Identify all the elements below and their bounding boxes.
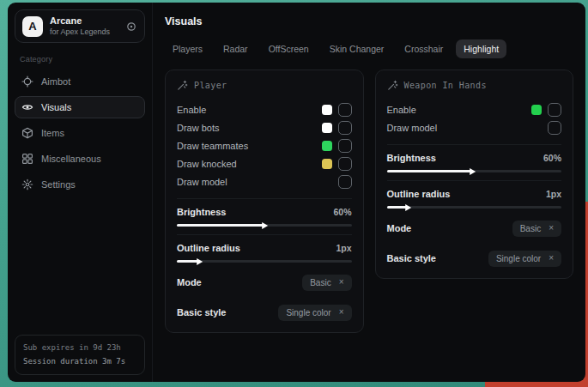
slider-group-outline-radius: Outline radius1px (387, 180, 562, 209)
toggle-label: Enable (387, 105, 416, 115)
tab-highlight[interactable]: Highlight (456, 39, 506, 58)
background-red-corner (485, 381, 588, 387)
toggle-label: Draw model (177, 177, 227, 187)
tab-radar[interactable]: Radar (215, 39, 256, 58)
selected-chip[interactable]: Basic× (512, 221, 561, 237)
select-row-basic-style: Basic styleSingle color× (387, 248, 562, 269)
toggle-row-draw-bots: Draw bots (177, 118, 352, 136)
tab-players[interactable]: Players (165, 39, 210, 58)
chip-text: Basic (520, 224, 541, 233)
target-icon[interactable] (125, 21, 137, 33)
chip-text: Basic (310, 278, 330, 287)
slider[interactable] (177, 224, 352, 227)
category-label: Category (20, 55, 145, 63)
color-swatch[interactable] (531, 105, 542, 115)
select-row-basic-style: Basic styleSingle color× (177, 302, 352, 323)
toggle-row-enable: Enable (387, 100, 562, 118)
slider-value: 1px (546, 189, 561, 199)
selected-chip[interactable]: Basic× (302, 275, 351, 291)
toggle-controls (338, 175, 352, 189)
remove-icon[interactable]: × (549, 254, 554, 263)
slider-thumb[interactable] (262, 222, 268, 229)
slider-labels: Brightness60% (177, 207, 352, 217)
remove-icon[interactable]: × (339, 308, 344, 317)
session-info-card: Sub expires in 9d 23h Session duration 3… (15, 335, 145, 375)
sidebar-nav: AimbotVisualsItemsMiscellaneousSettings (15, 70, 145, 196)
app-header-card: A Arcane for Apex Legends (15, 9, 145, 43)
sidebar-item-label: Visuals (41, 102, 71, 112)
slider-value: 60% (333, 207, 351, 217)
toggle-row-draw-model: Draw model (387, 118, 562, 136)
app-name: Arcane (50, 15, 110, 27)
color-swatch[interactable] (322, 105, 332, 115)
slider[interactable] (177, 260, 352, 263)
checkbox[interactable] (338, 121, 352, 135)
checkbox[interactable] (548, 121, 561, 135)
slider-thumb[interactable] (405, 204, 411, 211)
slider-thumb[interactable] (197, 258, 203, 265)
panel-header: Player (177, 80, 352, 91)
sidebar-item-aimbot[interactable]: Aimbot (15, 70, 145, 93)
toggle-controls (322, 103, 352, 117)
panel-weapon-in-hands: Weapon In HandsEnableDraw modelBrightnes… (375, 70, 574, 279)
slider-group-outline-radius: Outline radius1px (177, 234, 352, 263)
page-title: Visuals (165, 15, 573, 27)
select-row-mode: ModeBasic× (387, 218, 562, 239)
slider[interactable] (387, 170, 562, 172)
app-logo: A (22, 16, 43, 37)
sidebar-item-settings[interactable]: Settings (15, 173, 145, 196)
slider-label: Outline radius (387, 189, 451, 199)
panel-title: Player (194, 81, 227, 90)
panel-header: Weapon In Hands (387, 80, 562, 91)
sidebar-item-label: Miscellaneous (41, 154, 101, 164)
tab-crosshair[interactable]: Crosshair (397, 39, 451, 58)
main-content: Visuals PlayersRadarOffScreenSkin Change… (153, 3, 585, 382)
remove-icon[interactable]: × (339, 278, 344, 287)
sidebar-item-label: Aimbot (41, 76, 70, 87)
panel-title: Weapon In Hands (404, 81, 487, 90)
slider[interactable] (387, 206, 562, 209)
slider-label: Brightness (387, 153, 436, 163)
tab-offscreen[interactable]: OffScreen (261, 39, 317, 58)
select-label: Mode (177, 277, 202, 287)
select-label: Basic style (177, 307, 226, 317)
sidebar-item-label: Settings (41, 179, 76, 190)
slider-thumb[interactable] (470, 168, 476, 175)
toggle-row-enable: Enable (177, 100, 352, 118)
checkbox[interactable] (548, 103, 561, 117)
sidebar-item-miscellaneous[interactable]: Miscellaneous (15, 148, 145, 170)
slider-group-brightness: Brightness60% (177, 198, 352, 227)
checkbox[interactable] (338, 175, 352, 189)
checkbox[interactable] (338, 157, 352, 171)
tab-skin-changer[interactable]: Skin Changer (322, 39, 392, 58)
toggle-controls (322, 157, 352, 171)
sidebar: A Arcane for Apex Legends Category Aimbo… (8, 3, 153, 382)
sidebar-item-visuals[interactable]: Visuals (15, 96, 145, 118)
box-icon (21, 127, 33, 139)
color-swatch[interactable] (322, 159, 332, 169)
toggle-label: Draw knocked (177, 159, 237, 169)
toggle-controls (322, 121, 352, 135)
panel-player: PlayerEnableDraw botsDraw teammatesDraw … (165, 70, 364, 333)
chip-text: Single color (496, 254, 541, 263)
brand-text: Arcane for Apex Legends (50, 15, 110, 37)
toggle-label: Draw teammates (177, 141, 248, 151)
slider-labels: Outline radius1px (387, 189, 562, 199)
slider-group-brightness: Brightness60% (387, 144, 562, 172)
toggle-row-draw-knocked: Draw knocked (177, 154, 352, 172)
checkbox[interactable] (338, 103, 352, 117)
crosshair-icon (21, 76, 33, 88)
slider-fill (387, 170, 473, 172)
selected-chip[interactable]: Single color× (278, 305, 351, 321)
color-swatch[interactable] (322, 141, 332, 151)
grid-icon (21, 153, 33, 165)
toggle-label: Draw model (387, 123, 438, 133)
sub-expiry-text: Sub expires in 9d 23h (23, 342, 136, 354)
remove-icon[interactable]: × (549, 224, 554, 233)
checkbox[interactable] (338, 139, 352, 153)
tab-bar: PlayersRadarOffScreenSkin ChangerCrossha… (165, 39, 573, 58)
sidebar-item-items[interactable]: Items (15, 122, 145, 144)
slider-value: 60% (543, 153, 561, 163)
color-swatch[interactable] (322, 123, 332, 133)
selected-chip[interactable]: Single color× (488, 251, 561, 267)
